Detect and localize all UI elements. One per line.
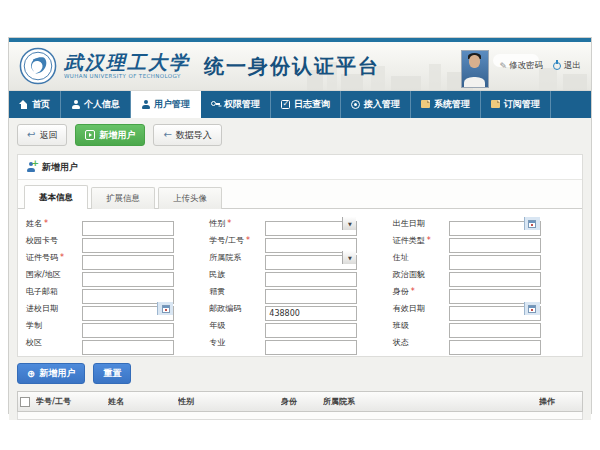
valid-date-calendar-button[interactable]: [524, 302, 540, 315]
calendar-icon: [528, 305, 536, 313]
form-field-postal-code: 邮政编码: [209, 301, 388, 316]
form-field-id-type: 证件类型*: [393, 233, 572, 248]
field-label-status: 状态: [393, 337, 449, 348]
tab-extended-info[interactable]: 扩展信息: [91, 187, 155, 209]
back-button[interactable]: ↩ 返回: [17, 124, 67, 146]
field-label-birth-date: 出生日期: [393, 218, 449, 229]
nav-tab-log-query[interactable]: 日志查询: [271, 91, 341, 118]
nav-tab-label: 日志查询: [294, 98, 330, 111]
form-field-valid-date: 有效日期: [393, 301, 572, 316]
data-import-label: 数据导入: [176, 129, 212, 142]
nav-tab-permission-management[interactable]: 权限管理: [201, 91, 271, 118]
main-nav: 首页个人信息用户管理权限管理日志查询接入管理系统管理订阅管理: [9, 91, 591, 118]
form-field-ethnicity: 民族: [209, 267, 388, 282]
nav-tab-user-management[interactable]: 用户管理: [131, 91, 201, 118]
field-label-campus: 校区: [26, 337, 82, 348]
political-status-field: [449, 267, 541, 282]
column-header: 操作: [539, 396, 582, 407]
grade-field: [265, 318, 357, 333]
required-asterisk: *: [60, 253, 64, 262]
nav-tab-label: 系统管理: [434, 98, 470, 111]
major-input[interactable]: [265, 340, 357, 355]
add-user-toolbar-button[interactable]: 新增用户: [75, 124, 145, 146]
form-field-campus-card: 校园卡号: [26, 233, 205, 248]
tab-upload-avatar[interactable]: 上传头像: [158, 187, 222, 209]
add-user-toolbar-label: 新增用户: [99, 129, 135, 142]
nav-tab-subscription-management[interactable]: 订阅管理: [481, 91, 551, 118]
field-label-id-number: 证件号码*: [26, 252, 82, 263]
calendar-icon: [162, 305, 170, 313]
form-field-gender: 性别*▼: [209, 216, 388, 231]
user-icon: [71, 100, 80, 109]
content-area: ↩ 返回 新增用户 ← 数据导入 + 新增用户 基本信息扩展信息上传头像 姓名*…: [9, 118, 591, 420]
data-import-button[interactable]: ← 数据导入: [153, 124, 221, 146]
birth-date-calendar-button[interactable]: [524, 217, 540, 230]
nav-tab-label: 首页: [32, 98, 50, 111]
logout-link[interactable]: 退出: [553, 60, 581, 72]
power-icon: [553, 62, 561, 70]
gender-dropdown-button[interactable]: ▼: [342, 217, 356, 230]
app-window: 武汉理工大学 WUHAN UNIVERSITY OF TECHNOLOGY 统一…: [8, 37, 592, 414]
nav-tab-personal-info[interactable]: 个人信息: [61, 91, 131, 118]
field-label-postal-code: 邮政编码: [209, 303, 265, 314]
gear-icon: [351, 100, 360, 109]
form-field-major: 专业: [209, 335, 388, 350]
field-label-email: 电子邮箱: [26, 286, 82, 297]
nav-tab-label: 权限管理: [224, 98, 260, 111]
submit-add-user-button[interactable]: ⊕ 新增用户: [17, 363, 85, 384]
enroll-date-field: [82, 301, 174, 316]
valid-date-field: [449, 301, 541, 316]
header: 武汉理工大学 WUHAN UNIVERSITY OF TECHNOLOGY 统一…: [9, 42, 591, 91]
key-icon: [211, 100, 220, 109]
birth-date-field: [449, 216, 541, 231]
nav-tab-system-management[interactable]: 系统管理: [411, 91, 481, 118]
nav-tab-access-management[interactable]: 接入管理: [341, 91, 411, 118]
field-label-campus-card: 校园卡号: [26, 235, 82, 246]
field-label-name: 姓名*: [26, 218, 82, 229]
user-avatar[interactable]: [461, 50, 489, 88]
postal-code-field: [265, 301, 357, 316]
id-type-field: [449, 233, 541, 248]
user-icon: [141, 100, 150, 109]
nav-tab-home[interactable]: 首页: [9, 91, 61, 118]
form-field-campus: 校区: [26, 335, 205, 350]
toolbar: ↩ 返回 新增用户 ← 数据导入: [17, 124, 583, 146]
enroll-date-calendar-button[interactable]: [157, 302, 173, 315]
field-label-identity: 身份*: [393, 286, 449, 297]
column-header: 姓名: [108, 396, 178, 407]
form-field-identity: 身份*: [393, 284, 572, 299]
major-field: [265, 335, 357, 350]
gender-field: ▼: [265, 216, 357, 231]
status-input[interactable]: [449, 340, 541, 355]
email-field: [82, 284, 174, 299]
results-table-header: 学号/工号姓名性别身份所属院系操作: [17, 391, 583, 412]
campus-field: [82, 335, 174, 350]
nav-tab-label: 个人信息: [84, 98, 120, 111]
change-password-link[interactable]: ✎ 修改密码: [499, 60, 543, 72]
panel-tabs: 基本信息扩展信息上传头像: [18, 180, 582, 209]
form-field-department: 所属院系▼: [209, 250, 388, 265]
book-icon: [421, 100, 430, 109]
form-field-enroll-date: 进校日期: [26, 301, 205, 316]
reset-button[interactable]: 重置: [93, 363, 131, 384]
nav-tab-label: 用户管理: [154, 98, 190, 111]
field-label-student-id: 学号/工号*: [209, 235, 265, 246]
department-dropdown-button[interactable]: ▼: [342, 251, 356, 264]
checklist-icon: [281, 100, 290, 109]
campus-input[interactable]: [82, 340, 174, 355]
form-field-political-status: 政治面貌: [393, 267, 572, 282]
submit-button-label: 新增用户: [39, 367, 75, 380]
select-all-checkbox[interactable]: [20, 397, 30, 407]
native-place-field: [265, 284, 357, 299]
pencil-icon: ✎: [499, 61, 507, 71]
book-icon: [491, 100, 500, 109]
reset-button-label: 重置: [103, 367, 121, 380]
tab-basic-info[interactable]: 基本信息: [24, 185, 88, 209]
plus-circle-icon: ⊕: [27, 369, 35, 379]
campus-card-field: [82, 233, 174, 248]
column-header: 所属院系: [323, 396, 539, 407]
column-header: 身份: [281, 396, 323, 407]
department-field: ▼: [265, 250, 357, 265]
home-icon: [19, 100, 28, 109]
field-label-class: 班级: [393, 320, 449, 331]
